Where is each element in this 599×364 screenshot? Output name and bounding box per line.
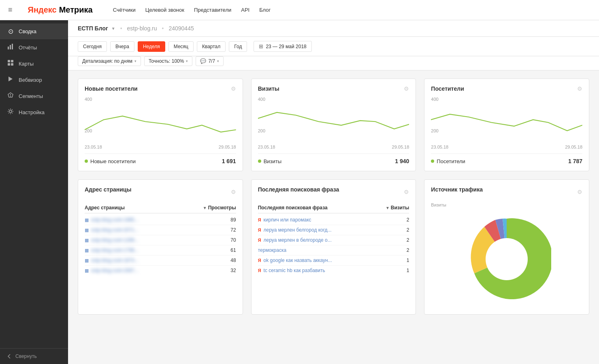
row-value: 1 [403,258,409,263]
chart-date-end-1: 29.05.18 [219,145,236,149]
cards-row-1: Новые посетители ⚙ 400 200 23.05.18 29.0… [78,79,589,171]
settings-icon [6,108,15,116]
site-url: estp-blog.ru [127,25,157,32]
chart-date-end-2: 29.05.18 [392,145,409,149]
site-name[interactable]: ЕСТП Блог [78,25,108,32]
detail-filter[interactable]: Детализация: по дням ▾ [78,56,141,66]
table-row: Яtc ceramic hb как разбавить 1 [258,266,409,275]
metric-label-2: Визиты [258,158,281,164]
segments-icon [6,92,15,100]
card-page-address-settings-icon[interactable]: ⚙ [231,189,236,195]
donut-chart [431,211,582,308]
nav-link-blog[interactable]: Блог [259,7,271,13]
period-year[interactable]: Год [229,41,247,52]
sidebar-collapse[interactable]: Свернуть [0,348,68,364]
page-link[interactable]: estp-blog.ru/el-1289... [91,237,139,243]
main-content: ЕСТП Блог ▼ • estp-blog.ru • 24090445 Се… [68,20,599,364]
page-icon: ▦ [85,248,89,253]
card-visits-metric: Визиты 1 940 [258,153,409,164]
page-address-col2-header[interactable]: ▼ Просмотры [203,205,236,211]
metric-label-1: Новые посетители [85,158,136,164]
card-visitors-chart: 400 200 [431,97,582,141]
sidebar-item-webvisor[interactable]: Вебвизор [0,72,68,88]
cards-row-2: Адрес страницы ⚙ Адрес страницы ▼ Просмо… [78,179,589,315]
row-value: 2 [403,247,409,253]
card-new-visitors-title: Новые посетители [85,85,138,92]
accuracy-filter[interactable]: Точность: 100% ▾ [144,56,192,66]
metric-value-1: 1 691 [222,158,236,164]
nav-link-agents[interactable]: Представители [194,7,231,13]
page-link[interactable]: estp-blog.ru/el-2087... [91,268,139,273]
accuracy-arrow-icon: ▾ [186,59,188,63]
date-range-picker[interactable]: ⊞ 23 — 29 май 2018 [254,41,311,52]
metric-label-3: Посетители [431,158,465,164]
metric-dot-2 [258,160,261,163]
goals-filter[interactable]: 💬 7/7 ▾ [196,56,224,66]
content-header: ЕСТП Блог ▼ • estp-blog.ru • 24090445 [68,20,599,37]
search-link[interactable]: термокраска [258,247,286,253]
nav-link-api[interactable]: API [241,7,249,13]
row-value: 48 [227,258,236,263]
hamburger-icon[interactable]: ≡ [8,6,13,14]
table-row: ▦estp-blog.ru/el-2087... 32 [85,266,236,275]
nav-link-calls[interactable]: Целевой звонок [145,7,184,13]
svg-rect-2 [12,44,13,49]
table-row: ▦estp-blog.ru/el-1798... 61 [85,245,236,255]
page-address-table-header: Адрес страницы ▼ Просмотры [85,202,236,213]
traffic-source-subtitle: Визиты [431,202,582,207]
search-link[interactable]: леруа мерлен белгород когд... [264,227,332,233]
accuracy-label: Точность: 100% [149,58,184,64]
page-link[interactable]: estp-blog.ru/el-1798... [91,247,139,253]
page-link[interactable]: estp-blog.ru/el-1874... [91,258,139,263]
search-link[interactable]: леруа мерлен в белгороде о... [264,237,332,243]
card-new-visitors-settings-icon[interactable]: ⚙ [231,85,236,92]
sidebar-item-maps[interactable]: Карты [0,55,68,72]
svg-marker-7 [9,77,13,81]
page-link[interactable]: estp-blog.ru/el-2071... [91,227,139,233]
goals-label: 7/7 [208,58,215,64]
sidebar: ⊙ Сводка Отчёты Карты Вебвизор Сегмент [0,20,68,364]
period-quarter[interactable]: Квартал [197,41,226,52]
metric-value-2: 1 940 [395,158,409,164]
page-icon: ▦ [85,217,89,223]
search-link[interactable]: tc ceramic hb как разбавить [264,268,325,273]
svg-point-10 [9,110,12,113]
row-value: 1 [403,268,409,273]
yandex-icon: Я [258,238,261,243]
sidebar-item-segments[interactable]: Сегменты [0,88,68,104]
sidebar-item-settings[interactable]: Настройка [0,104,68,120]
card-visitors-header: Посетители ⚙ [431,85,582,92]
maps-icon [6,60,15,68]
row-value: 32 [227,268,236,273]
sidebar-collapse-label: Свернуть [15,353,37,359]
y-label-top-1: 400 [85,97,92,102]
nav-link-counters[interactable]: Счётчики [113,7,136,13]
card-visits-settings-icon[interactable]: ⚙ [404,85,409,92]
card-visits-title: Визиты [258,85,279,92]
card-new-visitors-header: Новые посетители ⚙ [85,85,236,92]
metric-text-3: Посетители [437,158,465,164]
card-new-visitors-chart: 400 200 [85,97,236,141]
page-link[interactable]: estp-blog.ru/el-1985... [91,217,139,223]
period-today[interactable]: Сегодня [78,41,107,52]
row-value: 2 [403,217,409,223]
period-yesterday[interactable]: Вчера [110,41,134,52]
chart-date-start-3: 23.05.18 [431,145,448,149]
calendar-icon: ⊞ [259,43,263,49]
search-link[interactable]: кирпич или паромакс [264,217,311,223]
chart-dates-1: 23.05.18 29.05.18 [85,145,236,149]
row-value: 61 [227,247,236,253]
search-phrase-col2-header[interactable]: ▼ Визиты [386,205,409,211]
search-link[interactable]: ok google как назвать аккаун... [264,258,332,263]
card-search-phrase-settings-icon[interactable]: ⚙ [404,189,409,195]
period-week[interactable]: Неделя [138,41,165,52]
sidebar-item-reports[interactable]: Отчёты [0,39,68,55]
search-phrase-col1-header: Последняя поисковая фраза [258,205,328,211]
y-label-top-3: 400 [431,97,438,102]
card-visitors-metric: Посетители 1 787 [431,153,582,164]
sidebar-item-summary[interactable]: ⊙ Сводка [0,23,68,39]
card-visitors-settings-icon[interactable]: ⚙ [577,85,582,92]
card-traffic-source-settings-icon[interactable]: ⚙ [577,189,582,195]
goals-icon: 💬 [200,58,206,64]
period-month[interactable]: Месяц [168,41,194,52]
